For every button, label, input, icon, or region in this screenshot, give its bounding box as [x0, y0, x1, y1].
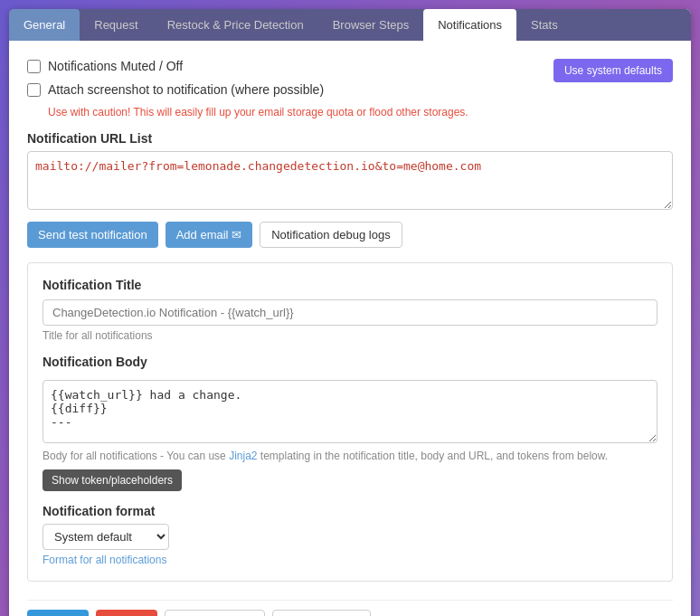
- footer-buttons: Save Delete Clear History Create Copy: [27, 600, 673, 616]
- notification-template-card: Notification Title Title for all notific…: [27, 262, 673, 582]
- screenshot-checkbox[interactable]: [27, 83, 41, 97]
- body-help-text: Body for all notifications - You can use…: [43, 450, 657, 462]
- content-area: Notifications Muted / Off Attach screens…: [9, 41, 691, 616]
- screenshot-row: Attach screenshot to notification (where…: [27, 82, 553, 97]
- create-copy-button[interactable]: Create Copy: [272, 610, 371, 616]
- add-email-button[interactable]: Add email ✉: [166, 222, 252, 248]
- format-select[interactable]: System default HTML Markdown Text: [43, 524, 169, 550]
- delete-button[interactable]: Delete: [96, 610, 157, 616]
- tab-request[interactable]: Request: [80, 9, 152, 41]
- checkboxes-section: Notifications Muted / Off Attach screens…: [27, 59, 553, 118]
- main-container: General Request Restock & Price Detectio…: [9, 9, 691, 616]
- muted-label: Notifications Muted / Off: [48, 59, 183, 73]
- body-textarea[interactable]: {{watch_url}} had a change. {{diff}} ---: [43, 380, 657, 443]
- body-help-suffix: templating in the notification title, bo…: [258, 450, 609, 462]
- body-section-label: Notification Body: [43, 355, 657, 369]
- format-help-link: all: [96, 554, 107, 566]
- tabs-bar: General Request Restock & Price Detectio…: [9, 9, 691, 41]
- tab-restock[interactable]: Restock & Price Detection: [153, 9, 318, 41]
- title-help-text: Title for all notifications: [43, 329, 657, 342]
- jinja2-link[interactable]: Jinja2: [229, 450, 257, 462]
- notification-url-textarea[interactable]: mailto://mailer?from=lemonade.changedete…: [27, 151, 673, 210]
- tab-notifications[interactable]: Notifications: [423, 9, 516, 41]
- tab-browser-steps[interactable]: Browser Steps: [318, 9, 424, 41]
- screenshot-warning: Use with caution! This will easily fill …: [48, 106, 553, 118]
- send-test-button[interactable]: Send test notification: [27, 222, 158, 248]
- tab-general[interactable]: General: [9, 9, 80, 41]
- warning-prefix: Use with caution!: [48, 106, 130, 118]
- tab-stats[interactable]: Stats: [516, 9, 572, 41]
- muted-checkbox[interactable]: [27, 60, 41, 73]
- warning-suffix: This will easily fill up your email stor…: [134, 106, 468, 118]
- screenshot-label: Attach screenshot to notification (where…: [48, 82, 324, 97]
- title-section-label: Notification Title: [43, 278, 657, 292]
- top-row: Notifications Muted / Off Attach screens…: [27, 59, 673, 118]
- body-help-prefix: Body for all notifications - You can use: [43, 450, 229, 462]
- url-list-label: Notification URL List: [27, 131, 673, 146]
- format-help-suffix: notifications: [107, 554, 167, 566]
- format-help-prefix: Format for: [43, 554, 96, 566]
- notification-actions-row: Send test notification Add email ✉ Notif…: [27, 222, 673, 248]
- save-button[interactable]: Save: [27, 610, 89, 616]
- title-input[interactable]: [43, 299, 657, 326]
- format-section-label: Notification format: [43, 504, 657, 518]
- format-help-text: Format for all notifications: [43, 554, 657, 566]
- clear-history-button[interactable]: Clear History: [165, 610, 265, 616]
- debug-logs-button[interactable]: Notification debug logs: [260, 222, 402, 248]
- show-tokens-button[interactable]: Show token/placeholders: [43, 469, 182, 491]
- muted-row: Notifications Muted / Off: [27, 59, 553, 73]
- use-system-defaults-button[interactable]: Use system defaults: [553, 59, 673, 82]
